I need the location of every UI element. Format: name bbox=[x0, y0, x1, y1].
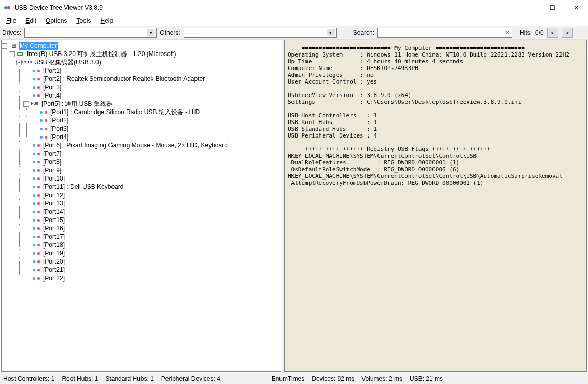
collapse-icon[interactable]: − bbox=[16, 60, 22, 65]
tree-node-port[interactable]: [Port7] bbox=[2, 149, 281, 158]
close-button[interactable]: ✕ bbox=[564, 0, 588, 16]
tree-node-root-hub[interactable]: − ROOT USB 根集线器(USB 3.0) bbox=[2, 58, 281, 66]
main-split: − My Computer − Intel(R) USB 3.20 可扩展主机控… bbox=[0, 39, 588, 373]
tree-label: [Port3] bbox=[49, 125, 69, 133]
collapse-icon[interactable]: − bbox=[23, 101, 29, 107]
port-icon bbox=[32, 75, 40, 83]
others-label: Others: bbox=[160, 29, 180, 36]
tree-node-port[interactable]: [Port4] bbox=[2, 91, 281, 100]
port-icon bbox=[32, 233, 40, 240]
tree-node-port[interactable]: [Port4] bbox=[2, 133, 281, 141]
tree-node-hub[interactable]: − HUB [Port5] : 通用 USB 集线器 bbox=[2, 100, 281, 108]
tree-node-port[interactable]: [Port2] bbox=[2, 116, 281, 125]
hits-value: 0/0 bbox=[535, 29, 544, 36]
svg-rect-3 bbox=[18, 53, 22, 55]
tree-label: [Port1] : Cambridge Silicon Radio USB 输入… bbox=[49, 108, 201, 116]
collapse-icon[interactable]: − bbox=[2, 43, 7, 49]
tree-label: USB 根集线器(USB 3.0) bbox=[33, 58, 102, 66]
port-icon bbox=[32, 250, 40, 257]
drives-value: ------ bbox=[27, 29, 39, 36]
search-label: Search: bbox=[353, 29, 374, 36]
status-volumes-time: Volumes: 2 ms bbox=[361, 375, 402, 382]
dropdown-arrow-icon: ▾ bbox=[147, 29, 155, 36]
tree-node-port[interactable]: [Port8] bbox=[2, 158, 281, 166]
tree-node-port[interactable]: [Port14] bbox=[2, 208, 281, 216]
tree-node-host-controller[interactable]: − Intel(R) USB 3.20 可扩展主机控制器 - 1.20 (Mic… bbox=[2, 50, 281, 58]
menu-file[interactable]: File bbox=[2, 16, 20, 25]
root-hub-icon: ROOT bbox=[23, 59, 32, 66]
toolbar: Drives: ------ ▾ Others: ------ ▾ Search… bbox=[0, 26, 588, 39]
tree-node-port[interactable]: [Port20] bbox=[2, 257, 281, 266]
next-hit-button[interactable]: > bbox=[562, 28, 573, 38]
tree-node-port[interactable]: [Port11] : Dell USB Keyboard bbox=[2, 183, 281, 191]
menu-help[interactable]: Help bbox=[96, 16, 117, 25]
minimize-button[interactable]: — bbox=[516, 0, 540, 16]
window-controls: — ☐ ✕ bbox=[516, 0, 588, 16]
host-controller-icon bbox=[16, 50, 24, 58]
tree-node-port[interactable]: [Port21] bbox=[2, 266, 281, 274]
search-input[interactable]: ✕ bbox=[377, 28, 512, 38]
menu-edit[interactable]: Edit bbox=[21, 16, 40, 25]
collapse-icon[interactable]: − bbox=[9, 51, 15, 57]
tree-label: [Port1] bbox=[42, 66, 62, 75]
menu-bar: File Edit Options Tools Help bbox=[0, 16, 588, 26]
tree-node-port[interactable]: [Port2] : Realtek Semiconductor Realtek … bbox=[2, 75, 281, 83]
hits-label: Hits: bbox=[520, 29, 532, 36]
drives-combo[interactable]: ------ ▾ bbox=[24, 28, 157, 38]
tree-node-port[interactable]: [Port15] bbox=[2, 216, 281, 224]
tree-node-port[interactable]: [Port6] : Pixart Imaging Gaming Mouse - … bbox=[2, 141, 281, 149]
tree-node-my-computer[interactable]: − My Computer bbox=[2, 42, 281, 50]
others-combo[interactable]: ------ ▾ bbox=[184, 28, 337, 38]
menu-tools[interactable]: Tools bbox=[72, 16, 95, 25]
tree-label: [Port17] bbox=[42, 232, 66, 241]
device-tree: − My Computer − Intel(R) USB 3.20 可扩展主机控… bbox=[2, 42, 281, 282]
port-icon bbox=[39, 108, 48, 116]
tree-node-port[interactable]: [Port10] bbox=[2, 174, 281, 183]
details-pane[interactable]: ========================== My Computer =… bbox=[284, 40, 587, 372]
status-root-hubs: Root Hubs: 1 bbox=[62, 375, 98, 382]
tree-node-port[interactable]: [Port9] bbox=[2, 166, 281, 174]
status-standard-hubs: Standard Hubs: 1 bbox=[105, 375, 153, 382]
tree-label: [Port12] bbox=[42, 191, 66, 199]
tree-label: [Port19] bbox=[42, 249, 66, 257]
port-icon bbox=[32, 200, 40, 207]
tree-node-port[interactable]: [Port3] bbox=[2, 83, 281, 91]
maximize-button[interactable]: ☐ bbox=[540, 0, 564, 16]
tree-label: [Port2] : Realtek Semiconductor Realtek … bbox=[42, 75, 206, 83]
status-host-controllers: Host Controllers: 1 bbox=[3, 375, 54, 382]
port-icon bbox=[32, 142, 40, 149]
tree-label: [Port18] bbox=[42, 241, 66, 249]
tree-label: [Port5] : 通用 USB 集线器 bbox=[40, 100, 114, 108]
port-icon bbox=[32, 150, 40, 157]
tree-node-port[interactable]: [Port1] bbox=[2, 66, 281, 75]
prev-hit-button[interactable]: < bbox=[547, 28, 558, 38]
tree-node-port[interactable]: [Port1] : Cambridge Silicon Radio USB 输入… bbox=[2, 108, 281, 116]
tree-node-port[interactable]: [Port13] bbox=[2, 199, 281, 208]
tree-node-port[interactable]: [Port18] bbox=[2, 241, 281, 249]
port-icon bbox=[32, 183, 40, 190]
port-icon bbox=[32, 208, 40, 215]
tree-label: [Port2] bbox=[49, 116, 69, 125]
device-tree-pane[interactable]: − My Computer − Intel(R) USB 3.20 可扩展主机控… bbox=[1, 40, 281, 372]
tree-node-port[interactable]: [Port12] bbox=[2, 191, 281, 199]
tree-node-port[interactable]: [Port22] bbox=[2, 274, 281, 282]
svg-point-1 bbox=[7, 6, 10, 9]
port-icon bbox=[39, 125, 48, 132]
port-icon bbox=[32, 175, 40, 182]
tree-node-port[interactable]: [Port3] bbox=[2, 125, 281, 133]
clear-search-icon[interactable]: ✕ bbox=[505, 29, 510, 36]
tree-label: [Port4] bbox=[49, 133, 69, 141]
title-bar: USB Device Tree Viewer V3.8.9 — ☐ ✕ bbox=[0, 0, 588, 16]
menu-options[interactable]: Options bbox=[41, 16, 71, 25]
tree-label: [Port20] bbox=[42, 257, 66, 266]
port-icon bbox=[39, 117, 48, 124]
tree-node-port[interactable]: [Port16] bbox=[2, 224, 281, 232]
drives-label: Drives: bbox=[2, 29, 21, 36]
port-icon bbox=[32, 241, 40, 249]
tree-node-port[interactable]: [Port19] bbox=[2, 249, 281, 257]
tree-node-port[interactable]: [Port17] bbox=[2, 232, 281, 241]
status-usb-time: USB: 21 ms bbox=[410, 375, 443, 382]
svg-point-0 bbox=[4, 6, 7, 9]
dropdown-arrow-icon: ▾ bbox=[327, 29, 335, 36]
port-icon bbox=[32, 84, 40, 91]
